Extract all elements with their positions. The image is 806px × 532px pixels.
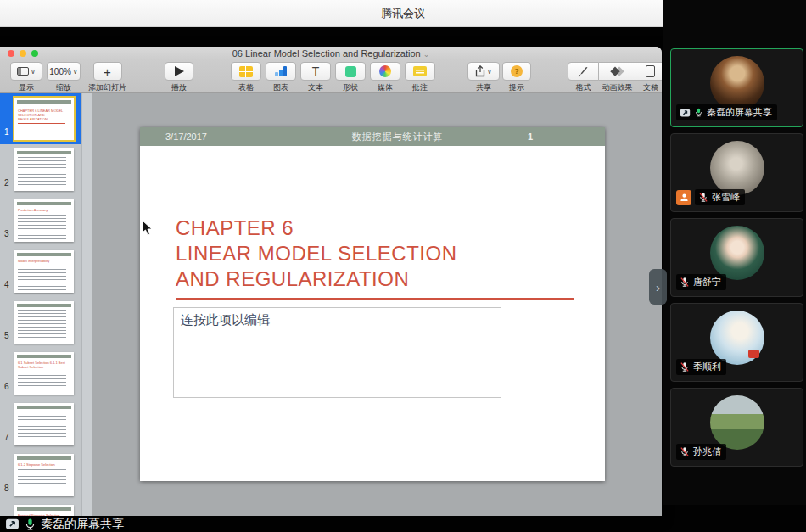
view-icon [17, 67, 29, 76]
keynote-toolbar: ∨ 显示 100%∨ 缩放 + 添加幻灯片 播放 表格 [0, 59, 662, 93]
slide-thumbnail-5[interactable]: 5 [0, 297, 81, 348]
zoom-button[interactable]: 100%∨ 缩放 [47, 62, 81, 93]
slide-thumbnail-4[interactable]: 4 Model Interpretability [0, 246, 81, 297]
keynote-titlebar: 06 Linear Model Selection and Regulariza… [0, 47, 662, 59]
animate-diamond-icon [610, 66, 624, 77]
tips-button[interactable]: ? 提示 [502, 62, 531, 93]
slide-header-bar: 3/17/2017 数据挖掘与统计计算 1 [140, 127, 605, 146]
participant-tile-3[interactable]: 唐舒宁 [670, 218, 803, 297]
document-button[interactable]: 文稿 [635, 62, 662, 93]
current-slide: 3/17/2017 数据挖掘与统计计算 1 CHAPTER 6 LINEAR M… [140, 127, 605, 481]
screen-share-icon [5, 518, 20, 530]
avatar [710, 395, 764, 450]
avatar [710, 141, 764, 195]
slide-page-number: 1 [528, 132, 533, 142]
slide-thumbnail-7[interactable]: 7 [0, 399, 81, 450]
play-icon [175, 66, 184, 76]
participant-name: 唐舒宁 [693, 276, 721, 288]
participant-name: 季顺利 [693, 361, 721, 373]
participant-name: 孙兆倩 [693, 445, 721, 458]
participant-name: 张雪峰 [712, 191, 740, 204]
format-brush-icon [578, 66, 589, 77]
slide-thumbnail-6[interactable]: 6 6.1 Subset Selection 6.1.1 Best Subset… [0, 348, 81, 399]
participant-tile-2[interactable]: 张雪峰 [670, 133, 803, 212]
screen-share-name: 秦磊的屏幕共享 [41, 517, 124, 532]
meeting-title: 腾讯会议 [381, 6, 425, 21]
avatar [710, 226, 764, 280]
animate-button[interactable]: 动画效果 [599, 62, 635, 93]
slide-course-title: 数据挖掘与统计计算 [267, 131, 528, 143]
traffic-light-close-icon[interactable] [8, 50, 14, 57]
comment-button[interactable]: 批注 [405, 62, 435, 93]
slide-number: 1 [4, 127, 9, 137]
format-button[interactable]: 格式 [568, 62, 599, 93]
slide-canvas: 3/17/2017 数据挖掘与统计计算 1 CHAPTER 6 LINEAR M… [92, 93, 662, 516]
screen-share-banner: 秦磊的屏幕共享 [0, 516, 129, 532]
host-badge-icon [676, 190, 691, 205]
video-panel: 秦磊的屏幕共享 张雪峰 唐舒宁 [663, 0, 806, 505]
participant-name: 秦磊的屏幕共享 [707, 106, 772, 119]
slide-date: 3/17/2017 [165, 132, 267, 142]
slide-thumbnail-3[interactable]: 3 Prediction Accuracy [0, 195, 81, 246]
avatar [710, 311, 764, 365]
video-panel-toggle[interactable]: › [649, 269, 667, 305]
share-icon [475, 65, 485, 77]
slide-thumbnail-2[interactable]: 2 [0, 144, 81, 195]
comment-icon [413, 66, 427, 76]
traffic-light-minimize-icon[interactable] [20, 50, 26, 57]
mini-slide-header [17, 100, 71, 104]
mic-muted-icon [698, 192, 708, 203]
chart-button[interactable]: 图表 [266, 62, 296, 93]
shape-icon [345, 66, 356, 77]
slide-title-textbox[interactable]: CHAPTER 6 LINEAR MODEL SELECTION AND REG… [176, 216, 457, 292]
text-button[interactable]: T 文本 [300, 62, 331, 93]
tips-icon: ? [511, 65, 523, 77]
document-icon [646, 65, 655, 77]
table-button[interactable]: 表格 [231, 62, 261, 93]
body-placeholder-textbox[interactable]: 连按此项以编辑 [173, 307, 501, 398]
traffic-light-zoom-icon[interactable] [31, 50, 38, 57]
slide-thumbnail-1[interactable]: 1 CHAPTER 6 LINEAR MODEL SELECTION AND R… [0, 93, 81, 144]
title-underline [176, 298, 574, 300]
slide-navigator: 1 CHAPTER 6 LINEAR MODEL SELECTION AND R… [0, 93, 92, 516]
slide-thumbnail-9[interactable]: 9 Forward Stepwise Selection [0, 501, 81, 516]
text-icon: T [312, 65, 320, 77]
share-button[interactable]: ∨ 共享 [467, 62, 500, 93]
avatar [710, 56, 764, 110]
document-title[interactable]: 06 Linear Model Selection and Regulariza… [232, 48, 430, 59]
tencent-meeting-window: 腾讯会议 — ❐ ✕ 06 Linear Model Selection and… [0, 0, 806, 532]
screen-share-icon [680, 108, 691, 118]
participant-tile-5[interactable]: 孙兆倩 [670, 388, 803, 467]
chevron-down-icon: ⌄ [423, 50, 430, 59]
keynote-window: 06 Linear Model Selection and Regulariza… [0, 47, 662, 516]
plus-icon: + [104, 65, 111, 78]
media-button[interactable]: 媒体 [370, 62, 400, 93]
chart-icon [274, 66, 288, 76]
slide-thumbnail-8[interactable]: 8 6.1.2 Stepwise Selection [0, 450, 81, 501]
mic-muted-icon [680, 361, 690, 372]
thumbnail-scrollbar[interactable] [81, 93, 92, 516]
view-button[interactable]: ∨ 显示 [10, 62, 42, 93]
media-icon [379, 65, 391, 77]
participant-tile-1[interactable]: 秦磊的屏幕共享 [670, 48, 803, 127]
mic-muted-icon [680, 446, 690, 457]
play-button[interactable]: 播放 [165, 62, 193, 93]
add-slide-button[interactable]: + 添加幻灯片 [88, 62, 126, 93]
shape-button[interactable]: 形状 [335, 62, 366, 93]
mic-on-icon [694, 107, 703, 118]
participant-tile-4[interactable]: 季顺利 [670, 303, 803, 382]
table-icon [239, 66, 253, 77]
mic-muted-icon [680, 277, 690, 288]
mic-on-icon [24, 518, 36, 531]
